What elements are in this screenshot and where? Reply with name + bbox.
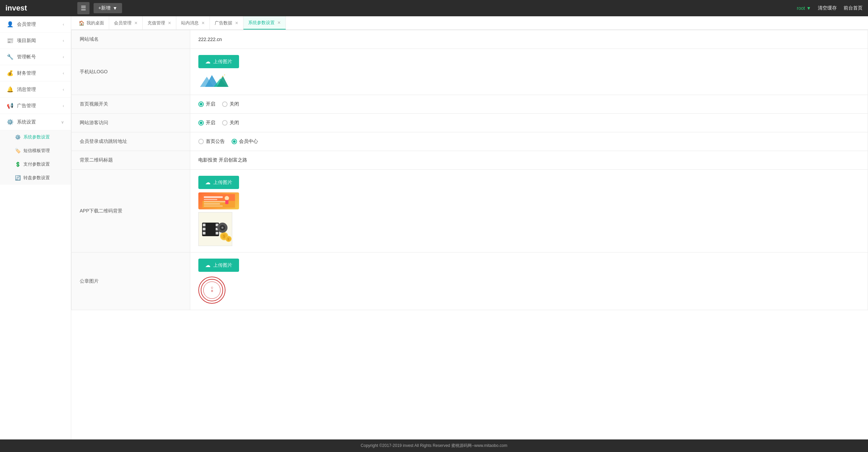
upload-seal-button[interactable]: ☁ 上传图片 [198, 259, 239, 272]
table-row-domain: 网站域名 222.222.cn [72, 30, 868, 49]
sidebar-subitem-system-params[interactable]: ⚙️ 系统参数设置 [0, 130, 71, 144]
sms-template-icon: 🏷️ [15, 148, 21, 153]
page-content: 网站域名 222.222.cn 手机站LOGO ☁ 上传图片 [71, 30, 868, 439]
table-row-app-qr-bg: APP下载二维码背景 ☁ 上传图片 [72, 170, 868, 252]
new-add-button[interactable]: +新增 ▼ [94, 3, 122, 13]
guest-visit-off[interactable]: 关闭 [222, 120, 239, 126]
radio-off-circle [222, 101, 228, 107]
tab-member-close[interactable]: ✕ [134, 21, 138, 25]
seal-preview-area: 公 章 [198, 277, 860, 304]
svg-text:章: 章 [211, 290, 213, 292]
tab-system-params-close[interactable]: ✕ [277, 20, 281, 25]
svg-rect-19 [203, 224, 205, 226]
tab-site-msg-close[interactable]: ✕ [201, 21, 205, 25]
value-app-qr-bg: ☁ 上传图片 [190, 170, 868, 252]
svg-rect-24 [216, 232, 218, 234]
svg-rect-15 [204, 203, 220, 204]
home-video-off[interactable]: 关闭 [222, 101, 239, 107]
dropdown-arrow-icon: ▼ [113, 5, 117, 11]
topbar: invest ☰ +新增 ▼ root ▼ 清空缓存 前台首页 [0, 0, 868, 16]
redirect-notice[interactable]: 首页公告 [198, 138, 225, 145]
sidebar-subitem-payment-params[interactable]: 💲 支付参数设置 [0, 157, 71, 171]
tab-member[interactable]: 会员管理 ✕ [109, 16, 143, 30]
redirect-center-circle [232, 139, 237, 144]
sidebar-item-project-news[interactable]: 📰 项目新闻 ‹ [0, 33, 71, 49]
system-icon: ⚙️ [7, 119, 14, 125]
sidebar-item-system[interactable]: ⚙️ 系统设置 ∨ [0, 114, 71, 130]
value-domain: 222.222.cn [190, 30, 868, 49]
tab-ad-data[interactable]: 广告数据 ✕ [210, 16, 243, 30]
upload-seal-cloud-icon: ☁ [205, 262, 211, 268]
sidebar-item-member[interactable]: 👤 会员管理 ‹ [0, 16, 71, 33]
guest-visit-radio-group: 开启 关闭 [198, 120, 860, 126]
content-area: 🏠 我的桌面 会员管理 ✕ 充值管理 ✕ 站内消息 ✕ 广告数据 ✕ 系统参数设… [71, 16, 868, 439]
finance-arrow-icon: ‹ [63, 71, 64, 76]
svg-rect-20 [203, 228, 205, 230]
bg-qr-title-value: 电影投资 开启创富之路 [198, 157, 247, 163]
menu-toggle-button[interactable]: ☰ [77, 2, 90, 14]
redirect-center[interactable]: 会员中心 [232, 138, 258, 145]
svg-rect-11 [225, 200, 229, 204]
svg-rect-21 [203, 232, 205, 234]
project-news-icon: 📰 [7, 37, 14, 44]
svg-text:✦: ✦ [221, 75, 224, 78]
finance-icon: 💰 [7, 70, 14, 76]
value-guest-visit: 开启 关闭 [190, 114, 868, 132]
domain-value: 222.222.cn [198, 37, 222, 42]
label-bg-qr-title: 背景二维码标题 [72, 151, 190, 170]
invite-banner-preview [198, 192, 860, 209]
svg-point-10 [225, 196, 229, 201]
sidebar-item-manage-account[interactable]: 🔧 管理帐号 ‹ [0, 49, 71, 65]
topbar-left: invest ☰ +新增 ▼ [5, 2, 122, 14]
sidebar-subitem-sms-template[interactable]: 🏷️ 短信模板管理 [0, 144, 71, 157]
footer: Copyright ©2017-2019 invest All Rights R… [0, 439, 868, 452]
table-row-home-video: 首页视频开关 开启 关闭 [72, 95, 868, 114]
frontend-home-button[interactable]: 前台首页 [844, 5, 863, 11]
svg-rect-13 [204, 199, 217, 200]
invite-banner-svg [202, 192, 235, 209]
seal-svg: 公 章 [200, 278, 224, 302]
value-bg-qr-title: 电影投资 开启创富之路 [190, 151, 868, 170]
tab-site-msg[interactable]: 站内消息 ✕ [176, 16, 210, 30]
tab-home[interactable]: 🏠 我的桌面 [74, 16, 109, 30]
tab-recharge[interactable]: 充值管理 ✕ [143, 16, 176, 30]
sidebar-subitem-turntable-params[interactable]: 🔄 转盘参数设置 [0, 171, 71, 185]
system-params-icon: ⚙️ [15, 134, 21, 140]
topbar-logo: invest [5, 4, 73, 13]
label-login-redirect: 会员登录成功跳转地址 [72, 132, 190, 151]
sidebar-item-finance[interactable]: 💰 财务管理 ‹ [0, 65, 71, 81]
clear-cache-button[interactable]: 清空缓存 [818, 5, 837, 11]
home-video-on[interactable]: 开启 [198, 101, 215, 107]
topbar-user[interactable]: root ▼ [797, 5, 811, 11]
guest-radio-off-circle [222, 120, 228, 126]
upload-logo-button[interactable]: ☁ 上传图片 [198, 55, 239, 68]
upload-app-qr-bg-button[interactable]: ☁ 上传图片 [198, 176, 239, 189]
ad-arrow-icon: ‹ [63, 103, 64, 108]
tab-system-params[interactable]: 系统参数设置 ✕ [243, 16, 286, 30]
radio-on-circle [198, 101, 204, 107]
settings-table: 网站域名 222.222.cn 手机站LOGO ☁ 上传图片 [71, 30, 868, 310]
ad-icon: 📢 [7, 102, 14, 109]
tab-ad-data-close[interactable]: ✕ [235, 21, 238, 25]
member-arrow-icon: ‹ [63, 22, 64, 27]
value-seal-image: ☁ 上传图片 公 章 [190, 252, 868, 310]
message-icon: 🔔 [7, 86, 14, 93]
table-row-mobile-logo: 手机站LOGO ☁ 上传图片 [72, 49, 868, 95]
label-domain: 网站域名 [72, 30, 190, 49]
guest-radio-on-circle [198, 120, 204, 126]
home-icon: 🏠 [79, 20, 84, 26]
manage-account-arrow-icon: ‹ [63, 55, 64, 59]
login-redirect-radio-group: 首页公告 会员中心 [198, 138, 860, 145]
logo-image: ✦ ✦ [198, 72, 229, 89]
label-home-video: 首页视频开关 [72, 95, 190, 114]
system-arrow-icon: ∨ [61, 120, 64, 125]
tab-recharge-close[interactable]: ✕ [168, 21, 171, 25]
label-guest-visit: 网站游客访问 [72, 114, 190, 132]
upload-cloud-icon: ☁ [205, 58, 211, 65]
seal-image-preview: 公 章 [198, 277, 225, 304]
label-app-qr-bg: APP下载二维码背景 [72, 170, 190, 252]
sidebar-item-ad[interactable]: 📢 广告管理 ‹ [0, 98, 71, 114]
guest-visit-on[interactable]: 开启 [198, 120, 215, 126]
sidebar-item-message[interactable]: 🔔 消息管理 ‹ [0, 81, 71, 98]
home-video-radio-group: 开启 关闭 [198, 101, 860, 107]
